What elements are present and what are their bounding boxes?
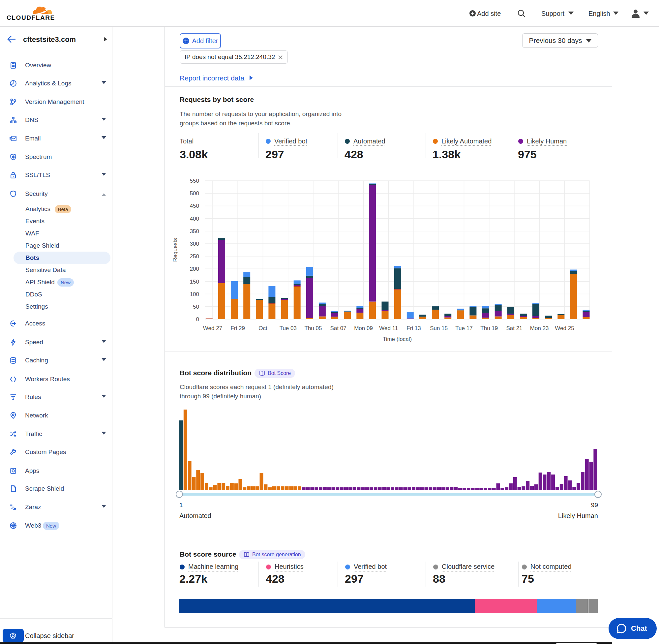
svg-text:Thu 19: Thu 19 — [480, 325, 498, 331]
svg-text:Wed 25: Wed 25 — [555, 325, 574, 331]
svg-text:Tue 17: Tue 17 — [455, 325, 472, 331]
svg-text:Wed 27: Wed 27 — [203, 325, 222, 331]
svg-text:450: 450 — [190, 203, 199, 209]
svg-text:Requests: Requests — [172, 238, 178, 262]
svg-text:Fri 13: Fri 13 — [406, 325, 421, 331]
svg-text:Sat 21: Sat 21 — [506, 325, 522, 331]
svg-text:Wed 11: Wed 11 — [379, 325, 398, 331]
svg-text:Mon 09: Mon 09 — [354, 325, 373, 331]
svg-text:Fri 29: Fri 29 — [231, 325, 244, 331]
svg-text:Tue 03: Tue 03 — [280, 325, 297, 331]
svg-text:Sat 07: Sat 07 — [330, 325, 347, 331]
svg-text:550: 550 — [190, 178, 199, 184]
svg-text:Mon 23: Mon 23 — [530, 325, 549, 331]
svg-text:50: 50 — [193, 304, 199, 310]
svg-text:250: 250 — [190, 253, 199, 259]
svg-text:100: 100 — [190, 291, 199, 297]
svg-text:Time (local): Time (local) — [383, 336, 412, 342]
svg-text:300: 300 — [190, 241, 199, 247]
svg-text:400: 400 — [190, 216, 199, 222]
svg-text:350: 350 — [190, 228, 199, 234]
svg-text:150: 150 — [190, 279, 199, 285]
svg-text:Thu 05: Thu 05 — [305, 325, 322, 331]
svg-text:500: 500 — [190, 190, 199, 197]
svg-text:200: 200 — [190, 266, 199, 272]
svg-text:0: 0 — [196, 316, 199, 322]
svg-text:Sun 15: Sun 15 — [430, 325, 448, 331]
svg-text:Oct: Oct — [258, 325, 267, 331]
